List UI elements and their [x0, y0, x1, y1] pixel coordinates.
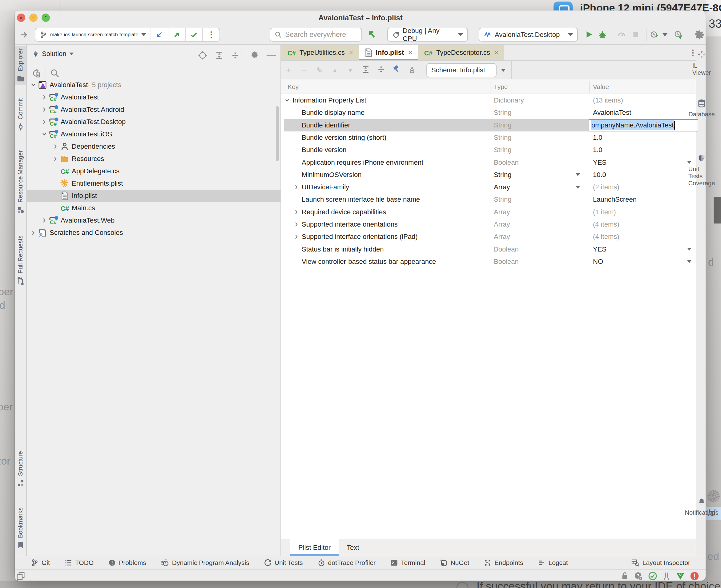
value-dropdown-icon[interactable]	[687, 243, 692, 255]
plist-value[interactable]: LaunchScreen	[593, 193, 637, 206]
plist-row[interactable]: Launch screen interface file base name S…	[284, 193, 696, 206]
view-tab[interactable]: Plist Editor	[290, 539, 339, 556]
tool-tab-database[interactable]: Database	[696, 99, 707, 136]
expand-all-icon[interactable]	[358, 65, 374, 76]
tree-item[interactable]: Resources	[27, 153, 280, 165]
editor-tab[interactable]: C# TypeUtilities.cs ×	[281, 45, 359, 60]
value-dropdown-icon[interactable]	[687, 255, 692, 268]
collapse-all-icon[interactable]	[230, 50, 240, 60]
plist-value[interactable]: 1.0	[593, 144, 602, 156]
run-button[interactable]	[584, 30, 594, 39]
plist-type[interactable]: Boolean	[494, 243, 519, 255]
row-chevron-icon[interactable]	[284, 94, 291, 106]
tree-chevron-icon[interactable]	[40, 106, 48, 113]
tree-item[interactable]: C# AppDelegate.cs	[27, 165, 280, 177]
plist-row[interactable]: Supported interface orientations Array (…	[284, 218, 696, 231]
plist-type[interactable]: Array	[494, 218, 510, 231]
type-dropdown-icon[interactable]	[576, 181, 580, 193]
build-hammer-icon[interactable]	[389, 65, 404, 76]
plist-row[interactable]: Bundle display name String AvaloniaTest	[284, 106, 696, 119]
plist-row[interactable]: Bundle version string (short) String 1.0	[284, 131, 696, 144]
status-item-unit-tests[interactable]: Unit Tests	[264, 559, 303, 567]
forward-arrow-icon[interactable]	[19, 30, 28, 39]
column-header-key[interactable]: Key	[288, 83, 299, 90]
plist-type[interactable]: String	[494, 169, 511, 181]
column-header-type[interactable]: Type	[494, 83, 508, 90]
commit-check-button[interactable]	[185, 28, 202, 41]
plist-type[interactable]: Array	[494, 181, 510, 193]
debug-button[interactable]	[598, 30, 607, 39]
plist-type[interactable]: Dictionary	[494, 94, 524, 106]
close-tab-icon[interactable]: ×	[494, 49, 499, 57]
plist-value[interactable]: NO	[593, 255, 603, 268]
tree-scrollbar[interactable]	[276, 106, 279, 161]
push-button[interactable]	[168, 28, 185, 41]
tool-tab-pull-requests[interactable]: Pull Requests	[15, 227, 26, 288]
hide-panel-icon[interactable]: —	[267, 50, 276, 60]
plist-row[interactable]: Application requires iPhone environment …	[284, 156, 696, 169]
panel-settings-gear-icon[interactable]	[250, 50, 259, 59]
collapse-all-icon[interactable]	[374, 65, 389, 76]
status-item-nuget[interactable]: NuGet	[440, 559, 469, 567]
row-chevron-icon[interactable]	[293, 206, 300, 218]
tool-tab-unit-tests-coverage[interactable]: Unit Tests Coverage	[696, 154, 707, 228]
tool-tab-commit[interactable]: Commit	[15, 92, 26, 133]
plist-value[interactable]: (4 items)	[593, 218, 619, 231]
plist-row[interactable]: Bundle identifier String ompanyName.Aval…	[284, 119, 696, 131]
plist-value[interactable]: (13 items)	[593, 94, 623, 106]
editor-tab[interactable]: Info.plist ×	[359, 45, 418, 60]
plist-row[interactable]: Bundle version String 1.0	[284, 144, 696, 156]
plist-type[interactable]: Array	[494, 231, 510, 243]
status-item-dottrace[interactable]: dotTrace Profiler	[317, 559, 376, 567]
plist-row[interactable]: UIDeviceFamily Array (2 items)	[284, 181, 696, 193]
plist-type[interactable]: String	[494, 119, 511, 131]
settings-gear-icon[interactable]	[695, 29, 704, 39]
plist-value[interactable]: 10.0	[593, 169, 606, 181]
event-log-zap-icon[interactable]	[662, 571, 671, 581]
tree-chevron-icon[interactable]	[29, 82, 37, 88]
coverage-button[interactable]	[650, 30, 659, 39]
scheme-selector[interactable]: Scheme: Info.plist	[426, 63, 496, 77]
tree-chevron-icon[interactable]	[40, 94, 48, 101]
tree-item[interactable]: C# Main.cs	[27, 202, 280, 214]
branch-selector[interactable]: make-ios-launch-screen-match-template	[36, 28, 151, 41]
close-tab-icon[interactable]: ×	[349, 49, 353, 57]
tree-item[interactable]: C# AvaloniaTest	[27, 91, 280, 103]
tree-item[interactable]: Dependencies	[27, 140, 280, 153]
plist-type[interactable]: String	[494, 193, 511, 206]
column-header-value[interactable]: Value	[593, 83, 609, 90]
v-shield-icon[interactable]: V	[675, 571, 685, 581]
plist-value[interactable]: (4 items)	[593, 231, 619, 243]
search-everywhere[interactable]: Search everywhere	[270, 28, 362, 42]
tree-item[interactable]: AvaloniaTest · 5 projects	[27, 79, 280, 91]
profile-with-timeline-button[interactable]	[674, 30, 683, 39]
status-item-endpoints[interactable]: Endpoints	[484, 559, 523, 567]
plist-value[interactable]: AvaloniaTest	[593, 106, 631, 119]
error-badge-icon[interactable]	[690, 571, 699, 581]
value-edit-field[interactable]: ompanyName.AvaloniaTest	[589, 119, 698, 131]
tool-tab-explorer[interactable]: Explorer	[15, 46, 26, 85]
startup-project-selector[interactable]: AvaloniaTest.Desktop	[479, 28, 578, 42]
tool-tab-bookmarks[interactable]: Bookmarks	[15, 501, 26, 552]
status-item-git[interactable]: Git	[31, 559, 50, 567]
status-item-logcat[interactable]: Logcat	[538, 559, 568, 567]
run-configuration-selector[interactable]: Debug | Any CPU	[387, 28, 468, 42]
tree-item[interactable]: C# AvaloniaTest.Android	[27, 103, 280, 116]
tree-chevron-icon[interactable]	[29, 229, 37, 236]
tool-tab-notifications[interactable]: Notifications	[696, 498, 707, 553]
plist-value[interactable]: YES	[593, 243, 607, 255]
chevron-down-icon[interactable]	[662, 33, 667, 36]
tool-tab-structure[interactable]: Structure	[15, 446, 26, 489]
tree-chevron-icon[interactable]	[51, 155, 59, 162]
row-chevron-icon[interactable]	[293, 231, 300, 243]
chevron-down-icon[interactable]	[501, 69, 506, 72]
plist-type[interactable]: Boolean	[494, 156, 519, 169]
config-help-icon[interactable]: ?	[634, 571, 643, 581]
expand-all-icon[interactable]	[214, 50, 224, 60]
status-item-dpa[interactable]: Dynamic Program Analysis	[161, 559, 249, 567]
plist-row[interactable]: Status bar is initially hidden Boolean Y…	[284, 243, 696, 255]
status-item-problems[interactable]: Problems	[108, 559, 146, 567]
tree-item[interactable]: C# AvaloniaTest.iOS	[27, 128, 280, 140]
select-opened-file-icon[interactable]	[31, 68, 41, 78]
plist-value[interactable]: 1.0	[593, 131, 602, 144]
